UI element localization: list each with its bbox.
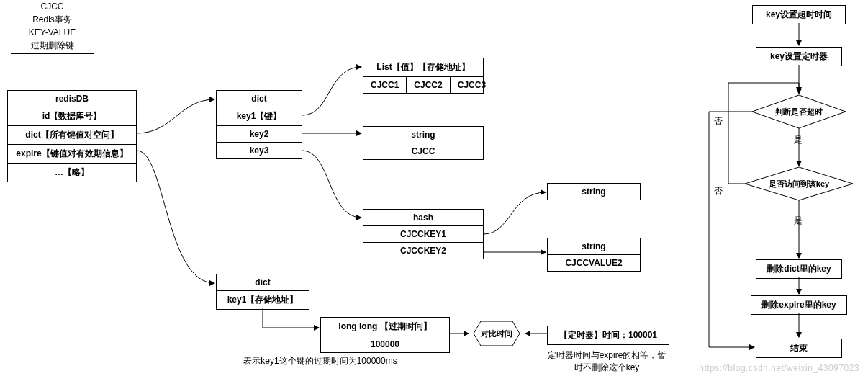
flow-d2-text: 是否访问到该key [743, 166, 854, 202]
flow-s2: key设置定时器 [756, 47, 842, 66]
string1-box: string CJCC [363, 126, 484, 160]
subhash2-header: string [548, 238, 640, 255]
redisdb-r4: …【略】 [8, 164, 136, 182]
title-l3: KEY-VALUE [11, 26, 94, 39]
flow-d1: 判断是否超时 [751, 94, 847, 130]
string1-header: string [363, 127, 483, 143]
subhash2-val: CJCCVALUE2 [548, 255, 640, 271]
subhash1-box: string [547, 183, 641, 200]
watermark: https://blog.csdn.net/weixin_43097023 [699, 363, 859, 373]
subhash1-label: string [582, 187, 605, 197]
hash-box: hash CJCCKEY1 CJCCKEY2 [363, 209, 484, 259]
flow-no2: 否 [714, 185, 723, 197]
dict1-r2: key2 [217, 126, 302, 143]
longlong-box: long long 【过期时间】 100000 [320, 317, 450, 353]
note2b: 时不删除这个key [574, 362, 640, 372]
compare-diamond: 对比时间 [466, 320, 527, 347]
redisdb-r2: dict【所有键值对空间】 [8, 126, 136, 145]
list-header: List【值】【存储地址】 [363, 58, 483, 77]
redisdb-header: redisDB [8, 91, 136, 107]
dict2-box: dict key1【存储地址】 [216, 274, 309, 310]
timer-box: 【定时器】时间：100001 [547, 326, 669, 345]
string1-val: CJCC [363, 143, 483, 159]
flow-s4: 删除expire里的key [751, 295, 847, 315]
dict1-r1: key1【键】 [217, 107, 302, 126]
flow-s5: 结束 [756, 339, 842, 358]
list-c1: CJCC1 [363, 77, 407, 93]
list-c3: CJCC3 [451, 77, 493, 93]
dict1-header: dict [217, 91, 302, 107]
flow-yes1: 是 [794, 134, 803, 146]
flow-d2: 是否访问到该key [743, 166, 854, 202]
dict2-header: dict [217, 274, 309, 291]
title-l1: CJCC [11, 0, 94, 13]
hash-header: hash [363, 210, 483, 226]
hash-r1: CJCCKEY1 [363, 226, 483, 243]
list-c2: CJCC2 [407, 77, 450, 93]
note1: 表示key1这个键的过期时间为100000ms [202, 355, 439, 367]
note2a: 定时器时间与expire的相等，暂 [548, 350, 666, 360]
flow-s1: key设置超时时间 [752, 5, 846, 24]
longlong-header: long long 【过期时间】 [321, 318, 449, 336]
title-l4: 过期删除键 [11, 39, 94, 52]
flow-d1-text: 判断是否超时 [751, 94, 847, 130]
list-box: List【值】【存储地址】 CJCC1 CJCC2 CJCC3 [363, 58, 484, 94]
flow-yes2: 是 [794, 215, 803, 227]
longlong-val: 100000 [321, 336, 449, 352]
dict1-box: dict key1【键】 key2 key3 [216, 90, 302, 159]
flow-no1: 否 [714, 115, 723, 127]
dict1-r3: key3 [217, 143, 302, 158]
redisdb-r1: id【数据库号】 [8, 107, 136, 126]
redisdb-r3: expire【键值对有效期信息】 [8, 145, 136, 164]
hash-r2: CJCCKEY2 [363, 243, 483, 259]
timer-label: 【定时器】时间：100001 [559, 330, 657, 340]
note2: 定时器时间与expire的相等，暂 时不删除这个key [531, 349, 682, 374]
flow-s3: 删除dict里的key [756, 259, 842, 279]
title-l2: Redis事务 [11, 13, 94, 26]
diagram-title: CJCC Redis事务 KEY-VALUE 过期删除键 [11, 0, 94, 54]
compare-label: 对比时间 [466, 320, 527, 347]
dict2-r1: key1【存储地址】 [217, 291, 309, 309]
redisdb-box: redisDB id【数据库号】 dict【所有键值对空间】 expire【键值… [7, 90, 137, 182]
subhash2-box: string CJCCVALUE2 [547, 238, 641, 272]
